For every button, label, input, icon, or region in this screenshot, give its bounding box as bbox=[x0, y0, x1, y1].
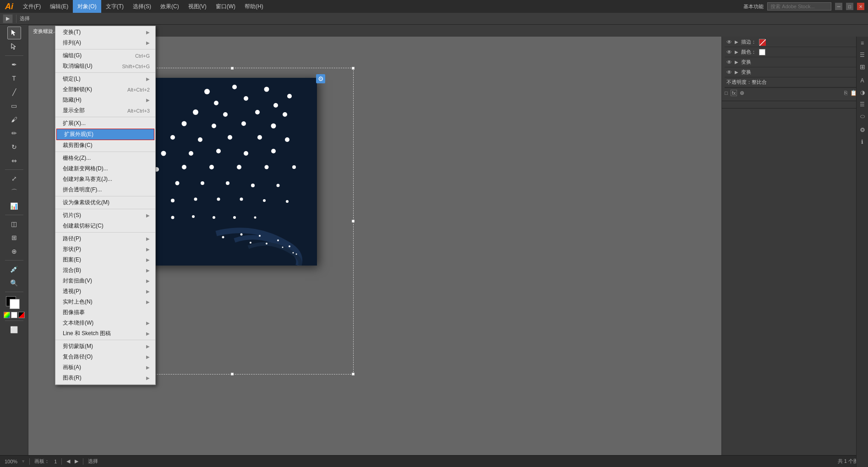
menu-shape[interactable]: 形状(P) ▶ bbox=[55, 244, 155, 255]
fill-swatch[interactable] bbox=[10, 299, 20, 309]
menu-lock[interactable]: 锁定(L) ▶ bbox=[55, 74, 155, 84]
artboard-tool[interactable]: ⬜ bbox=[7, 323, 21, 336]
menu-select[interactable]: 选择(S) bbox=[128, 0, 156, 13]
menu-crop-image[interactable]: 裁剪图像(C) bbox=[55, 140, 155, 151]
menu-show-all[interactable]: 显示全部 Alt+Ctrl+3 bbox=[55, 105, 155, 116]
menu-compound-path[interactable]: 复合路径(O) ▶ bbox=[55, 352, 155, 362]
fill-visibility-toggle[interactable]: 👁 bbox=[726, 49, 732, 55]
copy-icon[interactable]: ⎘ bbox=[844, 90, 847, 96]
pen-tool[interactable]: ✒ bbox=[7, 58, 21, 71]
menu-expand-appearance[interactable]: 扩展外观(E) bbox=[56, 129, 154, 140]
menu-unlock-all[interactable]: 全部解锁(K) Alt+Ctrl+2 bbox=[55, 84, 155, 95]
menu-pattern[interactable]: 图案(E) ▶ bbox=[55, 255, 155, 265]
menu-view[interactable]: 视图(V) bbox=[184, 0, 211, 13]
brush-panel-icon[interactable]: ⬭ bbox=[858, 112, 867, 121]
selection-tool[interactable] bbox=[7, 27, 21, 39]
stroke-color-swatch[interactable] bbox=[759, 39, 765, 45]
restore-button[interactable]: □ bbox=[846, 3, 853, 10]
eyedropper-tool[interactable]: 💉 bbox=[7, 263, 21, 276]
color-mode-color[interactable] bbox=[4, 312, 10, 318]
handle-bm[interactable] bbox=[231, 373, 234, 375]
info-panel-icon[interactable]: ℹ bbox=[858, 137, 867, 147]
handle-br[interactable] bbox=[352, 373, 355, 375]
warp-tool[interactable]: ⌒ bbox=[7, 186, 21, 199]
handle-mr[interactable] bbox=[352, 220, 355, 223]
search-input[interactable] bbox=[767, 2, 831, 11]
rotate-tool[interactable]: ↻ bbox=[7, 141, 21, 153]
gradient-panel-icon[interactable]: ◑ bbox=[858, 88, 867, 97]
line-tool[interactable]: ╱ bbox=[7, 86, 21, 98]
select-tool-options[interactable]: ▶ bbox=[3, 14, 13, 23]
text-tool[interactable]: T bbox=[7, 72, 21, 85]
mirror-tool[interactable]: ⇔ bbox=[7, 154, 21, 167]
mesh-tool[interactable]: ⊞ bbox=[7, 231, 21, 244]
nav-next[interactable]: ▶ bbox=[75, 458, 78, 464]
handle-tr[interactable] bbox=[352, 67, 355, 70]
transform1-visibility-toggle[interactable]: 👁 bbox=[726, 59, 732, 65]
menu-edit[interactable]: 编辑(E) bbox=[45, 0, 73, 13]
menu-file[interactable]: 文件(F) bbox=[18, 0, 45, 13]
properties-panel-icon[interactable]: ☰ bbox=[858, 50, 867, 60]
stroke-visibility-toggle[interactable]: 👁 bbox=[726, 39, 732, 45]
color-mode-none[interactable] bbox=[18, 312, 25, 318]
menu-path[interactable]: 路径(P) ▶ bbox=[55, 234, 155, 244]
shape-builder-tool[interactable]: ⊕ bbox=[7, 245, 21, 258]
pencil-tool[interactable]: ✏ bbox=[7, 127, 21, 140]
align-panel-icon[interactable]: ⊞ bbox=[858, 62, 867, 71]
menu-image-trace[interactable]: 图像描摹 bbox=[55, 307, 155, 318]
minimize-button[interactable]: ─ bbox=[835, 3, 842, 10]
menu-bianhuan[interactable]: 变换(T) ▶ bbox=[55, 27, 155, 38]
layers-panel-icon[interactable]: ≡ bbox=[858, 38, 867, 48]
fill-color-swatch[interactable] bbox=[759, 49, 765, 55]
menu-create-crop-marks[interactable]: 创建裁切标记(C) bbox=[55, 221, 155, 231]
menu-effect[interactable]: 效果(C) bbox=[156, 0, 184, 13]
menu-envelope-distort[interactable]: 封套扭曲(V) ▶ bbox=[55, 276, 155, 286]
menu-pailie[interactable]: 排列(A) ▶ bbox=[55, 38, 155, 48]
selection-handle-gear[interactable]: ⚙ bbox=[316, 74, 325, 83]
menu-rasterize[interactable]: 栅格化(Z)... bbox=[55, 153, 155, 163]
transform2-visibility-toggle[interactable]: 👁 bbox=[726, 69, 732, 76]
menu-expand[interactable]: 扩展(X)... bbox=[55, 118, 155, 129]
menu-ungroup[interactable]: 取消编组(U) Shift+Ctrl+G bbox=[55, 61, 155, 71]
menu-graph[interactable]: 图表(R) ▶ bbox=[55, 373, 155, 383]
menu-pixel-perfect[interactable]: 设为像素级优化(M) bbox=[55, 197, 155, 208]
direct-selection-tool[interactable] bbox=[7, 40, 21, 53]
color-mode-white[interactable] bbox=[11, 312, 17, 318]
transform2-expand-arrow[interactable]: ▶ bbox=[735, 70, 738, 75]
transform1-expand-arrow[interactable]: ▶ bbox=[735, 60, 738, 65]
menu-hide[interactable]: 隐藏(H) ▶ bbox=[55, 95, 155, 105]
zoom-tool[interactable]: 🔍 bbox=[7, 277, 21, 289]
menu-object[interactable]: 对象(O) bbox=[73, 0, 101, 13]
column-graph-tool[interactable]: 📊 bbox=[7, 200, 21, 212]
stroke-expand-arrow[interactable]: ▶ bbox=[735, 39, 738, 44]
menu-live-paint[interactable]: 实时上色(N) ▶ bbox=[55, 297, 155, 307]
stroke-panel-icon[interactable]: ☰ bbox=[858, 100, 867, 109]
menu-flatten-transparency[interactable]: 拼合透明度(F)... bbox=[55, 185, 155, 195]
type-panel-icon[interactable]: A bbox=[858, 76, 867, 85]
gradient-tool[interactable]: ◫ bbox=[7, 217, 21, 230]
menu-window[interactable]: 窗口(W) bbox=[211, 0, 240, 13]
menu-create-mosaic[interactable]: 创建对象马赛克(J)... bbox=[55, 174, 155, 185]
paintbrush-tool[interactable]: 🖌 bbox=[7, 113, 21, 126]
menu-line-sketch[interactable]: Line 和 Sketch 图稿 ▶ bbox=[55, 328, 155, 339]
symbol-panel-icon[interactable]: ❂ bbox=[858, 125, 867, 135]
fill-expand-arrow[interactable]: ▶ bbox=[735, 49, 738, 54]
scale-tool[interactable]: ⤢ bbox=[7, 172, 21, 185]
menu-slices[interactable]: 切片(S) ▶ bbox=[55, 210, 155, 221]
fx-add-icon[interactable]: fx bbox=[731, 90, 737, 96]
menu-blend[interactable]: 混合(B) ▶ bbox=[55, 265, 155, 276]
menu-perspective[interactable]: 透视(P) ▶ bbox=[55, 286, 155, 297]
menu-group[interactable]: 编组(G) Ctrl+G bbox=[55, 50, 155, 61]
new-item-icon[interactable]: □ bbox=[725, 90, 728, 96]
menu-create-mesh[interactable]: 创建新变网格(D)... bbox=[55, 163, 155, 174]
rectangle-tool[interactable]: ▭ bbox=[7, 99, 21, 112]
menu-text[interactable]: 文字(T) bbox=[101, 0, 128, 13]
close-button[interactable]: ✕ bbox=[857, 3, 864, 10]
add-icon[interactable]: ⊕ bbox=[740, 90, 744, 96]
menu-help[interactable]: 帮助(H) bbox=[240, 0, 268, 13]
menu-text-wrap[interactable]: 文本绕排(W) ▶ bbox=[55, 318, 155, 328]
nav-prev[interactable]: ◀ bbox=[66, 458, 70, 464]
menu-clipping-mask[interactable]: 剪切蒙版(M) ▶ bbox=[55, 341, 155, 352]
handle-tm[interactable] bbox=[231, 67, 234, 70]
menu-artboard[interactable]: 画板(A) ▶ bbox=[55, 362, 155, 373]
